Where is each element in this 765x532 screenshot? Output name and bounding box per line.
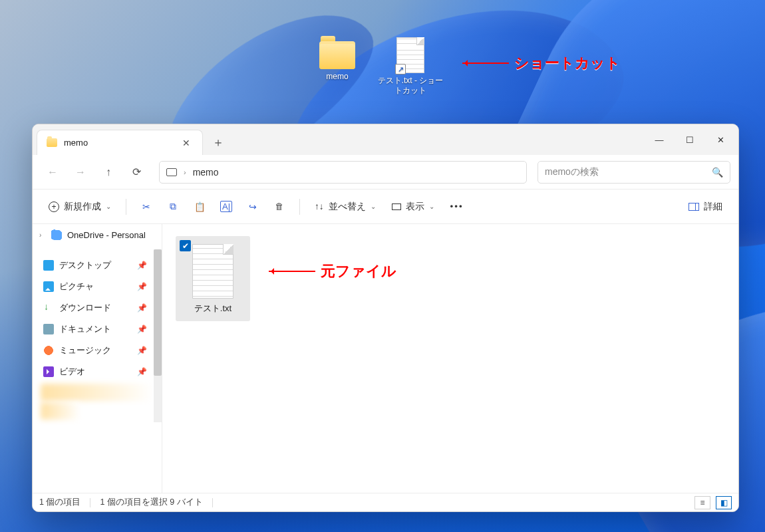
rename-icon: A|: [220, 201, 232, 212]
nav-back-button[interactable]: ←: [41, 160, 65, 184]
sidebar-item-desktop[interactable]: デスクトップ 📌: [33, 255, 162, 276]
nav-refresh-button[interactable]: ⟳: [124, 160, 148, 184]
folder-icon: [47, 138, 57, 147]
chevron-down-icon: ⌄: [429, 203, 434, 210]
desktop: memo ↗ テスト.txt - ショートカット ショートカット memo ✕ …: [0, 0, 765, 532]
desktop-icon-label: memo: [304, 72, 371, 82]
status-item-count: 1 個の項目: [39, 497, 80, 508]
annotation-original-file: 元ファイル: [269, 261, 396, 281]
minimize-button[interactable]: ―: [644, 124, 675, 155]
sort-icon: ↑↓: [315, 201, 324, 211]
ellipsis-icon: •••: [450, 201, 464, 211]
desktop-icon: [43, 260, 54, 271]
view-button[interactable]: 表示 ⌄: [385, 196, 441, 218]
scissors-icon: ✂: [142, 201, 150, 212]
this-pc-icon: [166, 168, 177, 176]
copy-button[interactable]: ⧉: [161, 196, 185, 218]
new-item-label: 新規作成: [64, 201, 101, 213]
nav-forward-button[interactable]: →: [69, 160, 92, 184]
sidebar-item-redacted[interactable]: [41, 384, 152, 401]
pin-icon: 📌: [137, 367, 147, 376]
maximize-button[interactable]: ☐: [675, 124, 705, 155]
search-icon: 🔍: [712, 167, 723, 178]
annotation-arrow-icon: [269, 271, 315, 272]
status-bar: 1 個の項目 1 個の項目を選択 9 バイト ≡ ◧: [33, 493, 738, 511]
toolbar-separator: [299, 199, 300, 215]
status-selection: 1 個の項目を選択 9 バイト: [100, 497, 202, 508]
annotation-shortcut: ショートカット: [462, 53, 621, 73]
desktop-icon-label: テスト.txt - ショートカット: [377, 76, 444, 96]
rename-button[interactable]: A|: [214, 196, 238, 218]
sidebar-item-redacted[interactable]: [41, 402, 80, 420]
shortcut-arrow-overlay-icon: ↗: [395, 64, 406, 74]
view-mode-icons-button[interactable]: ◧: [716, 496, 732, 509]
share-button[interactable]: ↪: [241, 196, 265, 218]
new-tab-button[interactable]: ＋: [207, 131, 230, 154]
address-bar[interactable]: › memo: [159, 161, 527, 184]
clipboard-icon: 📋: [194, 201, 206, 212]
titlebar: memo ✕ ＋ ― ☐ ✕: [33, 124, 738, 155]
sidebar-item-pictures[interactable]: ピクチャ 📌: [33, 276, 162, 297]
chevron-down-icon: ⌄: [371, 203, 376, 210]
search-box[interactable]: memoの検索 🔍: [537, 161, 730, 184]
chevron-right-icon: ›: [39, 231, 46, 239]
tab-close-button[interactable]: ✕: [180, 136, 193, 150]
pin-icon: 📌: [137, 346, 147, 355]
search-placeholder: memoの検索: [545, 166, 599, 178]
more-button[interactable]: •••: [444, 196, 470, 218]
sidebar-item-label: OneDrive - Personal: [67, 230, 146, 240]
address-bar-row: ← → ↑ ⟳ › memo memoの検索 🔍: [33, 155, 738, 190]
sidebar-item-videos[interactable]: ビデオ 📌: [33, 361, 162, 382]
breadcrumb-current[interactable]: memo: [193, 167, 219, 178]
copy-icon: ⧉: [170, 201, 176, 212]
new-item-button[interactable]: + 新規作成 ⌄: [42, 196, 118, 218]
close-window-button[interactable]: ✕: [705, 124, 736, 155]
sort-label: 並べ替え: [329, 201, 366, 213]
selection-checkbox[interactable]: ✔: [180, 240, 191, 251]
onedrive-icon: [51, 229, 62, 240]
documents-icon: [43, 324, 54, 334]
text-file-icon: [192, 244, 233, 299]
file-list-area[interactable]: ✔ テスト.txt 元ファイル: [162, 224, 738, 493]
sidebar-item-label: ダウンロード: [59, 302, 111, 314]
sidebar-item-documents[interactable]: ドキュメント 📌: [33, 319, 162, 340]
file-name-label: テスト.txt: [180, 303, 246, 315]
details-pane-button[interactable]: 詳細: [682, 196, 729, 218]
sort-button[interactable]: ↑↓ 並べ替え ⌄: [308, 196, 382, 218]
nav-up-button[interactable]: ↑: [96, 160, 120, 184]
paste-button[interactable]: 📋: [188, 196, 212, 218]
sidebar-scrollbar-thumb[interactable]: [154, 249, 162, 376]
toolbar: + 新規作成 ⌄ ✂ ⧉ 📋 A| ↪ 🗑 ↑↓ 並べ替え ⌄ 表示 ⌄: [33, 190, 738, 224]
videos-icon: [43, 366, 54, 377]
chevron-down-icon: ⌄: [106, 203, 111, 210]
sidebar-item-label: デスクトップ: [59, 259, 111, 271]
breadcrumb-chevron-icon: ›: [184, 168, 186, 176]
pin-icon: 📌: [137, 282, 147, 291]
details-label: 詳細: [704, 201, 722, 213]
window-tab-memo[interactable]: memo ✕: [37, 130, 203, 155]
sidebar-item-onedrive[interactable]: › OneDrive - Personal: [33, 224, 162, 245]
sidebar-item-music[interactable]: ミュージック 📌: [33, 340, 162, 361]
status-separator: [212, 498, 213, 507]
plus-circle-icon: +: [49, 201, 59, 212]
pin-icon: 📌: [137, 303, 147, 313]
music-icon: [43, 345, 54, 356]
annotation-arrow-icon: [462, 63, 509, 64]
pictures-icon: [43, 281, 54, 292]
file-item-test-txt[interactable]: ✔ テスト.txt: [176, 236, 250, 321]
trash-icon: 🗑: [275, 201, 284, 211]
sidebar-item-label: ビデオ: [59, 366, 85, 378]
desktop-icon-shortcut-test-txt[interactable]: ↗ テスト.txt - ショートカット: [377, 37, 444, 96]
desktop-icon-folder-memo[interactable]: memo: [304, 41, 371, 82]
sidebar-item-downloads[interactable]: ダウンロード 📌: [33, 297, 162, 319]
pin-icon: 📌: [137, 325, 147, 334]
explorer-body: › OneDrive - Personal デスクトップ 📌 ピクチャ 📌: [33, 224, 738, 493]
downloads-icon: [43, 303, 54, 313]
pin-icon: 📌: [137, 261, 147, 270]
view-label: 表示: [406, 201, 424, 213]
view-mode-list-button[interactable]: ≡: [694, 496, 710, 509]
delete-button[interactable]: 🗑: [267, 196, 291, 218]
tab-title: memo: [64, 138, 88, 148]
cut-button[interactable]: ✂: [134, 196, 158, 218]
toolbar-separator: [126, 199, 126, 215]
